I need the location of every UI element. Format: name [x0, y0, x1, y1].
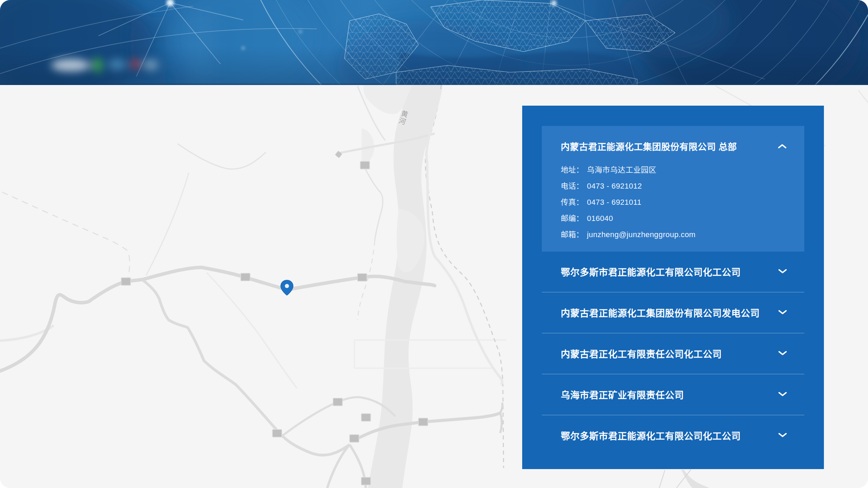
map-pin-icon: [281, 280, 293, 295]
detail-row-fax: 传真： 0473 - 6921011: [561, 194, 786, 210]
contact-panel: 内蒙古君正能源化工集团股份有限公司 总部 地址： 乌海市乌达工业园区 电话： 0…: [522, 106, 824, 469]
branch-accordion-item[interactable]: 鄂尔多斯市君正能源化工有限公司化工公司: [542, 252, 804, 292]
branch-accordion-item[interactable]: 乌海市君正矿业有限责任公司: [542, 374, 804, 415]
chevron-down-icon: [778, 351, 787, 357]
headquarters-card: 内蒙古君正能源化工集团股份有限公司 总部 地址： 乌海市乌达工业园区 电话： 0…: [542, 126, 804, 252]
chevron-down-icon: [778, 392, 787, 398]
headquarters-title: 内蒙古君正能源化工集团股份有限公司 总部: [561, 140, 737, 153]
detail-row-phone: 电话： 0473 - 6921012: [561, 178, 786, 194]
detail-row-email: 邮箱： junzheng@junzhenggroup.com: [561, 226, 786, 243]
chevron-down-icon: [778, 310, 787, 316]
branch-list: 鄂尔多斯市君正能源化工有限公司化工公司 内蒙古君正能源化工集团股份有限公司发电公…: [542, 252, 804, 456]
detail-row-zipcode: 邮编： 016040: [561, 210, 786, 226]
page: 黄河: [0, 0, 868, 488]
chevron-up-icon: [778, 144, 786, 150]
headquarters-accordion-header[interactable]: 内蒙古君正能源化工集团股份有限公司 总部: [561, 140, 786, 153]
headquarters-details: 地址： 乌海市乌达工业园区 电话： 0473 - 6921012 传真： 047…: [561, 162, 786, 243]
detail-row-address: 地址： 乌海市乌达工业园区: [561, 162, 786, 178]
hero-banner: [0, 0, 868, 85]
chevron-down-icon: [778, 269, 787, 275]
branch-accordion-item[interactable]: 内蒙古君正化工有限责任公司化工公司: [542, 333, 804, 374]
chevron-down-icon: [778, 433, 787, 439]
branch-accordion-item[interactable]: 内蒙古君正能源化工集团股份有限公司发电公司: [542, 292, 804, 333]
branch-accordion-item[interactable]: 鄂尔多斯市君正能源化工有限公司化工公司: [542, 415, 804, 456]
